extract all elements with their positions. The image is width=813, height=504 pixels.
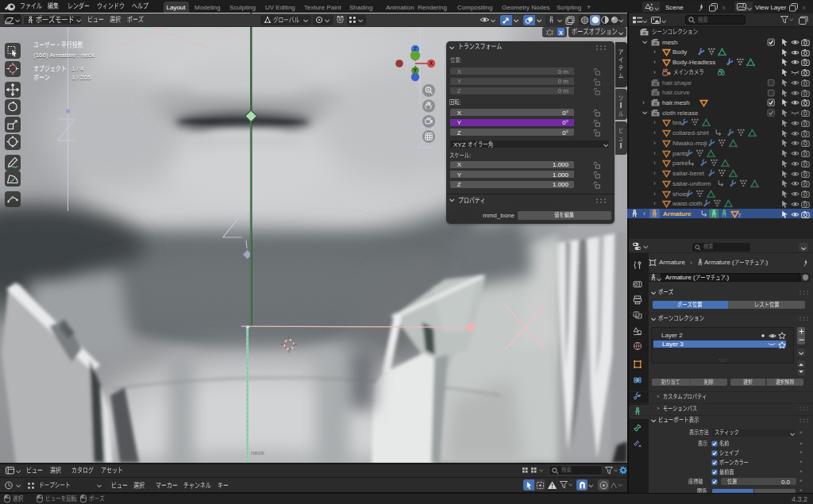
svg-text:X: X [430, 60, 433, 66]
svg-text:neck: neck [251, 449, 265, 456]
